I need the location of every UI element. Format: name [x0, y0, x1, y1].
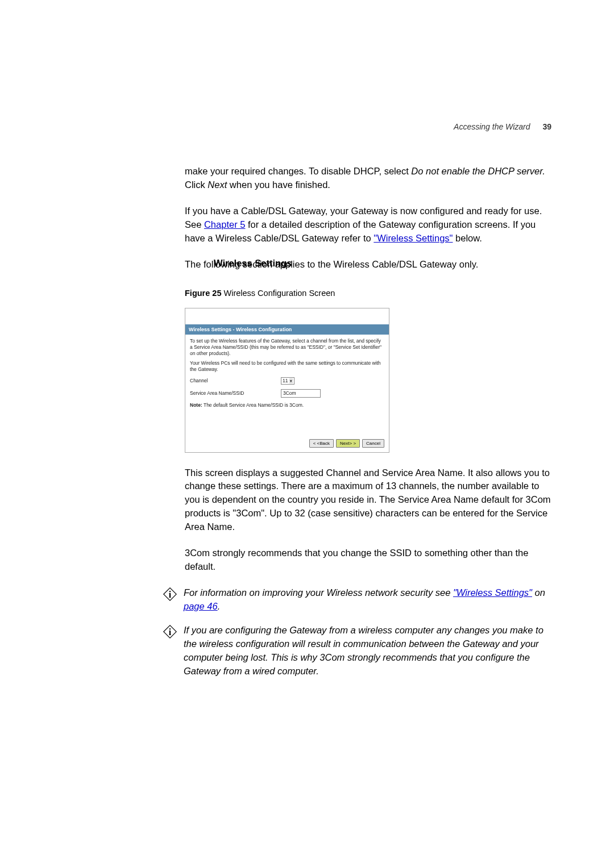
info-note-1: For information on improving your Wirele… [184, 586, 551, 614]
svg-text:i: i [169, 627, 172, 636]
header-section-title: Accessing the Wizard [454, 122, 530, 131]
link-wireless-settings-2[interactable]: "Wireless Settings" [453, 587, 532, 598]
text-fragment: For information on improving your Wirele… [184, 587, 453, 598]
figure-title: Wireless Configuration Screen [221, 289, 335, 298]
text-fragment: below. [453, 233, 482, 243]
text-fragment: Click [185, 180, 208, 190]
intro-para-2: If you have a Cable/DSL Gateway, your Ga… [185, 205, 551, 245]
figure-caption: Figure 25 Wireless Configuration Screen [185, 289, 551, 298]
wireless-body-2: 3Com strongly recommends that you change… [185, 546, 551, 574]
wireless-body-1: This screen displays a suggested Channel… [185, 466, 551, 535]
cancel-button[interactable]: Cancel [362, 439, 384, 448]
svg-text:i: i [169, 590, 172, 599]
figure-label: Figure 25 [185, 289, 221, 298]
screenshot-desc-1: To set up the Wireless features of the G… [190, 338, 384, 357]
channel-select[interactable]: 11 [281, 377, 294, 385]
info-note-2: If you are configuring the Gateway from … [184, 624, 551, 678]
back-button[interactable]: < <Back [309, 439, 334, 448]
link-page-46[interactable]: page 46 [184, 601, 218, 611]
text-fragment: on [532, 587, 545, 598]
link-wireless-settings[interactable]: "Wireless Settings" [374, 233, 453, 243]
next-button[interactable]: Next> > [336, 439, 360, 448]
screenshot-wireless-config: Wireless Settings - Wireless Configurati… [185, 308, 389, 453]
note-text: The default Service Area Name/SSID is 3C… [202, 402, 304, 408]
intro-para-1: make your required changes. To disable D… [185, 165, 551, 192]
page-header: Accessing the Wizard 39 [454, 122, 551, 131]
section-heading-wireless: Wireless Settings [214, 258, 292, 269]
page-number: 39 [542, 122, 551, 131]
text-emphasis: Next [208, 180, 227, 190]
ssid-label: Service Area Name/SSID [190, 390, 281, 397]
channel-value: 11 [283, 378, 288, 384]
screenshot-note: Note: The default Service Area Name/SSID… [190, 402, 384, 408]
channel-label: Channel [190, 378, 281, 384]
screenshot-desc-2: Your Wireless PCs will need to be config… [190, 360, 384, 373]
text-fragment: . [218, 601, 221, 611]
screenshot-title: Wireless Settings - Wireless Configurati… [185, 324, 389, 335]
note-label: Note: [190, 402, 202, 408]
ssid-input[interactable]: 3Com [281, 389, 321, 398]
text-fragment: when you have finished. [227, 180, 330, 190]
info-icon: i [162, 624, 179, 642]
text-fragment: make your required changes. To disable D… [185, 166, 411, 176]
text-emphasis: Do not enable the DHCP server. [411, 166, 545, 176]
link-chapter-5[interactable]: Chapter 5 [204, 219, 245, 229]
info-icon: i [162, 586, 179, 604]
